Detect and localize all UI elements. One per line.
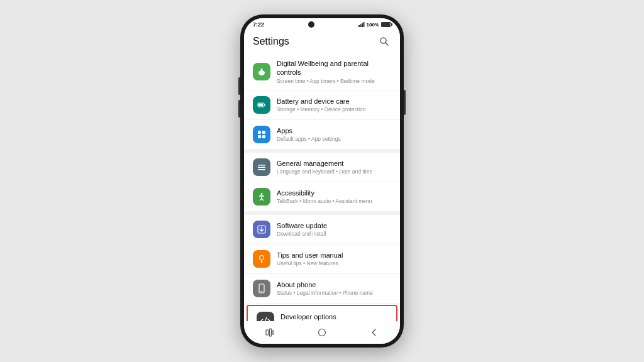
- phone-device: 7:22 100% Settings: [240, 14, 404, 348]
- camera-notch: [308, 21, 314, 28]
- settings-item-battery[interactable]: Battery and device care Storage • Memory…: [244, 90, 400, 120]
- svg-rect-1: [360, 25, 361, 28]
- svg-point-17: [261, 193, 263, 195]
- phone-screen: 7:22 100% Settings: [244, 18, 400, 344]
- settings-section-1: Digital Wellbeing and parental controls …: [244, 53, 400, 149]
- status-bar: 7:22 100%: [244, 18, 400, 30]
- digital-wellbeing-text: Digital Wellbeing and parental controls …: [277, 59, 391, 84]
- settings-item-tips[interactable]: Tips and user manual Useful tips • New f…: [244, 244, 400, 274]
- battery-care-icon: [253, 96, 270, 114]
- settings-item-about-phone[interactable]: About phone Status • Legal information •…: [244, 274, 400, 304]
- accessibility-title: Accessibility: [277, 189, 391, 197]
- accessibility-subtitle: TalkBack • Mono audio • Assistant menu: [277, 198, 391, 204]
- digital-wellbeing-title: Digital Wellbeing and parental controls: [277, 59, 391, 77]
- settings-section-3: Software update Download and install: [244, 215, 400, 321]
- apps-text: Apps Default apps • App settings: [277, 126, 391, 142]
- software-update-subtitle: Download and install: [277, 231, 391, 237]
- status-time: 7:22: [253, 21, 264, 28]
- battery-title: Battery and device care: [277, 97, 391, 106]
- software-update-icon: [253, 221, 270, 238]
- svg-line-29: [264, 317, 267, 321]
- battery-text: Battery and device care Storage • Memory…: [277, 97, 391, 112]
- general-management-subtitle: Language and keyboard • Date and time: [277, 168, 391, 175]
- svg-rect-11: [262, 131, 265, 134]
- about-phone-title: About phone: [277, 280, 391, 289]
- svg-point-33: [318, 329, 325, 336]
- back-button[interactable]: [368, 326, 380, 339]
- apps-icon: [253, 126, 270, 143]
- settings-list: Digital Wellbeing and parental controls …: [244, 53, 400, 321]
- about-phone-subtitle: Status • Legal information • Phone name: [277, 290, 391, 296]
- svg-rect-12: [258, 135, 261, 138]
- svg-line-21: [262, 199, 264, 200]
- developer-options-icon: [257, 312, 274, 321]
- svg-rect-32: [272, 331, 274, 334]
- settings-item-digital-wellbeing[interactable]: Digital Wellbeing and parental controls …: [244, 53, 400, 90]
- apps-subtitle: Default apps • App settings: [277, 136, 391, 142]
- search-icon: [379, 36, 389, 47]
- accessibility-text: Accessibility TalkBack • Mono audio • As…: [277, 189, 391, 204]
- svg-rect-31: [270, 329, 272, 336]
- svg-rect-10: [258, 131, 261, 134]
- settings-item-accessibility[interactable]: Accessibility TalkBack • Mono audio • As…: [244, 182, 400, 211]
- about-phone-text: About phone Status • Legal information •…: [277, 280, 391, 296]
- search-button[interactable]: [377, 35, 391, 48]
- about-phone-icon: [253, 280, 270, 297]
- accessibility-icon: [253, 188, 270, 206]
- svg-line-5: [386, 43, 388, 45]
- back-icon: [370, 328, 379, 337]
- battery-percent: 100%: [367, 22, 379, 28]
- signal-icon: [358, 22, 365, 27]
- settings-item-software-update[interactable]: Software update Download and install: [244, 215, 400, 244]
- tips-title: Tips and user manual: [277, 251, 391, 260]
- settings-section-2: General management Language and keyboard…: [244, 153, 400, 211]
- general-management-text: General management Language and keyboard…: [277, 159, 391, 175]
- tips-subtitle: Useful tips • New features: [277, 260, 391, 266]
- software-update-text: Software update Download and install: [277, 221, 391, 237]
- recent-apps-button[interactable]: [264, 326, 276, 339]
- svg-rect-8: [264, 104, 265, 106]
- digital-wellbeing-subtitle: Screen time • App timers • Bedtime mode: [277, 78, 391, 84]
- svg-rect-16: [258, 169, 265, 170]
- page-header: Settings: [244, 30, 400, 53]
- navigation-bar: [244, 321, 400, 344]
- page-title: Settings: [253, 36, 289, 47]
- svg-point-23: [260, 255, 264, 260]
- svg-rect-9: [258, 104, 263, 106]
- svg-rect-2: [362, 23, 363, 27]
- digital-wellbeing-icon: [253, 63, 270, 80]
- recent-apps-icon: [265, 328, 274, 337]
- settings-item-apps[interactable]: Apps Default apps • App settings: [244, 120, 400, 149]
- svg-rect-30: [266, 330, 269, 335]
- svg-rect-3: [363, 22, 364, 27]
- general-management-title: General management: [277, 159, 391, 168]
- settings-item-developer-options[interactable]: Developer options Developer options: [247, 305, 397, 321]
- general-management-icon: [253, 158, 270, 176]
- apps-title: Apps: [277, 126, 391, 135]
- developer-options-text: Developer options Developer options: [280, 312, 387, 321]
- svg-rect-14: [258, 165, 265, 166]
- svg-rect-13: [262, 135, 265, 138]
- svg-rect-15: [258, 167, 265, 168]
- home-button[interactable]: [316, 326, 328, 339]
- tips-icon: [253, 250, 270, 268]
- software-update-title: Software update: [277, 221, 391, 230]
- battery-icon: [381, 22, 391, 27]
- tips-text: Tips and user manual Useful tips • New f…: [277, 251, 391, 266]
- battery-subtitle: Storage • Memory • Device protection: [277, 106, 391, 112]
- home-icon: [318, 328, 326, 337]
- settings-item-general[interactable]: General management Language and keyboard…: [244, 153, 400, 182]
- status-indicators: 100%: [358, 22, 391, 28]
- developer-options-title: Developer options: [280, 312, 387, 321]
- svg-rect-0: [358, 25, 360, 27]
